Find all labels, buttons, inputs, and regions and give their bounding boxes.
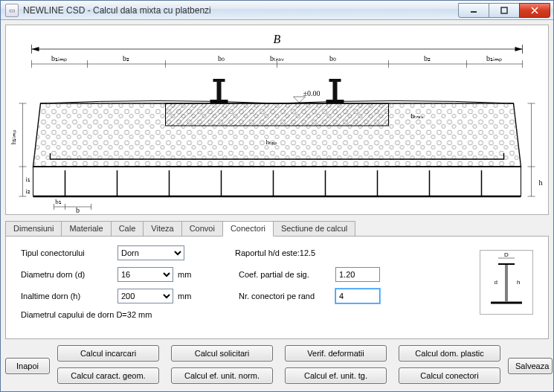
app-icon: ▭ — [5, 4, 19, 17]
tab-dimensiuni[interactable]: Dimensiuni — [5, 221, 62, 236]
svg-text:b₀: b₀ — [218, 54, 225, 62]
button-calcul-conectori[interactable]: Calcul conectori — [399, 367, 500, 384]
svg-text:±0.00: ±0.00 — [303, 89, 321, 97]
maximize-icon — [500, 7, 508, 14]
tab-sectiune[interactable]: Sectiune de calcul — [273, 221, 355, 236]
tab-page-conectori: Tipul conectorului Dorn Raportul h/d est… — [5, 237, 549, 339]
button-salveaza[interactable]: Salveaza — [508, 358, 553, 374]
tab-conectori[interactable]: Conectori — [222, 221, 274, 237]
client-area: B b₁ᵢₘₚ b₂ b₀ bₜᵣₐᵥ b₀ b₂ b₁ᵢₘ — [1, 20, 553, 391]
svg-marker-7 — [32, 47, 39, 51]
svg-rect-25 — [217, 82, 222, 100]
unit-inaltime: mm — [178, 292, 207, 301]
button-calcul-caract-geom[interactable]: Calcul caract. geom. — [57, 367, 159, 384]
calc-button-grid: Calcul incarcari Calcul solicitari Verif… — [57, 345, 500, 387]
input-coef-partial[interactable] — [335, 267, 380, 282]
svg-text:b₁ᵢₘₚ: b₁ᵢₘₚ — [486, 54, 502, 62]
main-window: ▭ NEWLINE CSD - Calcul dala mixta cu pla… — [0, 0, 554, 392]
svg-text:b₁: b₁ — [55, 198, 62, 205]
label-diametru-cap: Diametrul capului de dorn D=32 mm — [21, 310, 152, 319]
svg-text:b₂: b₂ — [123, 54, 129, 62]
label-nr-conectori: Nr. conectori pe rand — [239, 292, 335, 301]
svg-text:b: b — [76, 206, 80, 214]
svg-text:b₁ᵢₘₚ: b₁ᵢₘₚ — [51, 54, 67, 62]
label-diametru-dorn: Diametru dorn (d) — [21, 270, 117, 279]
svg-rect-27 — [329, 79, 341, 82]
tabbar: Dimensiuni Materiale Cale Viteza Convoi … — [5, 221, 549, 237]
minimize-button[interactable] — [458, 3, 489, 18]
titlebar[interactable]: ▭ NEWLINE CSD - Calcul dala mixta cu pla… — [1, 1, 553, 20]
svg-text:hₜₒₚ: hₜₒₚ — [266, 138, 278, 146]
svg-text:h: h — [539, 179, 543, 187]
svg-text:i₁: i₁ — [26, 176, 31, 183]
tab-materiale[interactable]: Materiale — [61, 221, 111, 236]
tab-viteza[interactable]: Viteza — [143, 221, 181, 236]
svg-text:hₜᵣₐᵥ: hₜᵣₐᵥ — [411, 112, 425, 120]
unit-diametru: mm — [178, 270, 207, 279]
button-calcul-ef-unit-norm[interactable]: Calcul ef. unit. norm. — [171, 367, 273, 384]
label-raport-hd: Raportul h/d este:12.5 — [235, 248, 332, 257]
label-coef-partial: Coef. partial de sig. — [239, 270, 335, 279]
svg-rect-34 — [166, 103, 389, 126]
close-button[interactable] — [519, 3, 550, 18]
select-inaltime-dorn[interactable]: 200 — [117, 289, 173, 303]
tab-cale[interactable]: Cale — [111, 221, 144, 236]
svg-text:bₜᵣₐᵥ: bₜᵣₐᵥ — [270, 54, 284, 62]
label-inaltime-dorn: Inaltime dorn (h) — [21, 292, 117, 301]
minimize-icon — [470, 7, 477, 14]
select-diametru-dorn[interactable]: 16 — [117, 267, 173, 282]
svg-rect-1 — [501, 7, 507, 13]
button-calcul-solicitari[interactable]: Calcul solicitari — [171, 345, 273, 362]
close-icon — [531, 7, 538, 14]
button-verif-deformatii[interactable]: Verif. deformatii — [285, 345, 387, 362]
svg-text:h: h — [517, 279, 520, 286]
button-inapoi[interactable]: Inapoi — [5, 358, 50, 374]
svg-text:b₂: b₂ — [424, 54, 431, 62]
button-calcul-dom-plastic[interactable]: Calcul dom. plastic — [399, 345, 500, 362]
svg-rect-24 — [213, 79, 225, 82]
maximize-button[interactable] — [489, 3, 520, 18]
input-nr-conectori[interactable] — [335, 289, 380, 303]
svg-marker-8 — [515, 47, 523, 51]
svg-text:D: D — [504, 251, 509, 258]
select-tip-conector[interactable]: Dorn — [117, 245, 184, 260]
svg-text:h₁ᵢₘₚ: h₁ᵢₘₚ — [10, 129, 17, 145]
connector-schematic: D h d — [480, 250, 533, 315]
svg-text:i₂: i₂ — [26, 187, 31, 195]
action-row: Inapoi Calcul incarcari Calcul solicitar… — [5, 345, 549, 387]
button-calcul-ef-unit-tg[interactable]: Calcul ef. unit. tg. — [285, 367, 387, 384]
cross-section-diagram: B b₁ᵢₘₚ b₂ b₀ bₜᵣₐᵥ b₀ b₂ b₁ᵢₘ — [5, 25, 549, 215]
label-B: B — [274, 33, 281, 45]
button-calcul-incarcari[interactable]: Calcul incarcari — [57, 345, 159, 362]
label-tip-conector: Tipul conectorului — [21, 248, 117, 257]
svg-rect-28 — [333, 82, 338, 100]
svg-marker-31 — [294, 97, 306, 103]
svg-text:b₀: b₀ — [329, 54, 336, 62]
tab-convoi[interactable]: Convoi — [181, 221, 223, 236]
window-title: NEWLINE CSD - Calcul dala mixta cu platb… — [23, 5, 459, 16]
svg-text:d: d — [495, 279, 497, 286]
